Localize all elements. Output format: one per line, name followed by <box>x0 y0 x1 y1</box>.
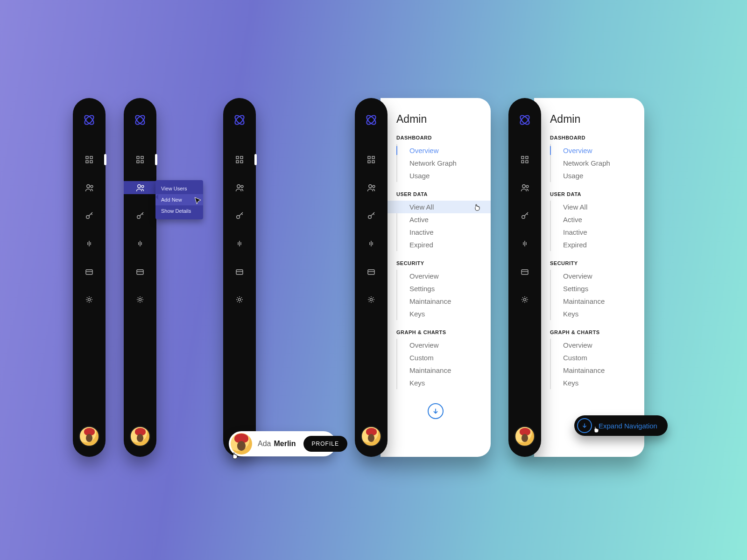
gear-icon[interactable] <box>355 293 388 306</box>
section-label-user-data: USER DATA <box>396 191 491 197</box>
nav-item-graph-overview[interactable]: Overview <box>397 339 491 351</box>
nav-item-expired[interactable]: Expired <box>551 238 644 251</box>
key-icon[interactable] <box>124 209 156 222</box>
avatar[interactable] <box>361 426 381 447</box>
nav-item-expired[interactable]: Expired <box>397 238 491 251</box>
nav-item-label: View All <box>409 203 434 211</box>
section-list-user-data: View All Active Inactive Expired <box>550 201 644 251</box>
nav-item-graph-maintainance[interactable]: Maintainance <box>397 364 491 377</box>
card-icon[interactable] <box>73 265 106 278</box>
section-list-dashboard: Overview Network Graph Usage <box>550 144 644 182</box>
nav-item-sec-overview[interactable]: Overview <box>397 270 491 282</box>
nav-item-settings[interactable]: Settings <box>551 282 644 295</box>
gear-icon[interactable] <box>73 293 106 306</box>
nav-item-usage[interactable]: Usage <box>397 169 491 182</box>
nav-item-network-graph[interactable]: Network Graph <box>551 157 644 169</box>
nav-item-overview[interactable]: Overview <box>551 144 644 157</box>
card-icon[interactable] <box>355 265 388 278</box>
hand-cursor-icon <box>231 451 239 459</box>
nav-item-inactive[interactable]: Inactive <box>397 226 491 238</box>
nav-item-custom[interactable]: Custom <box>397 351 491 364</box>
nav-item-overview[interactable]: Overview <box>397 144 491 157</box>
grid-icon[interactable] <box>508 153 541 166</box>
audio-icon[interactable] <box>223 237 256 250</box>
expand-navigation-pill[interactable]: Expand Navigation <box>574 415 668 436</box>
section-list-graph: Overview Custom Maintainance Keys <box>550 339 644 389</box>
nav-item-maintainance[interactable]: Maintainance <box>551 295 644 308</box>
avatar[interactable] <box>514 426 535 447</box>
key-icon[interactable] <box>508 209 541 222</box>
avatar[interactable] <box>79 426 99 447</box>
section-list-graph: Overview Custom Maintainance Keys <box>396 339 491 389</box>
section-label-dashboard: DASHBOARD <box>396 135 491 140</box>
key-icon[interactable] <box>73 209 106 222</box>
profile-button[interactable]: PROFILE <box>303 436 347 452</box>
audio-icon[interactable] <box>124 237 156 250</box>
nav-item-active[interactable]: Active <box>397 213 491 226</box>
nav-item-usage[interactable]: Usage <box>551 169 644 182</box>
gear-icon[interactable] <box>508 293 541 306</box>
users-icon[interactable] <box>355 181 388 194</box>
users-flyout: View Users Add New Show Details <box>155 180 203 219</box>
flyout-item-show-details[interactable]: Show Details <box>155 205 203 217</box>
grid-icon[interactable] <box>223 153 256 166</box>
section-label-user-data: USER DATA <box>550 191 644 197</box>
profile-first-name: Ada <box>258 440 271 448</box>
nav-item-active[interactable]: Active <box>551 213 644 226</box>
nav-item-view-all[interactable]: View All <box>381 201 491 213</box>
nav-item-custom[interactable]: Custom <box>551 351 644 364</box>
users-icon[interactable] <box>508 181 541 194</box>
users-icon[interactable] <box>73 181 106 194</box>
nav-panel-expanded: Admin DASHBOARD Overview Network Graph U… <box>534 98 644 457</box>
flyout-item-view-users[interactable]: View Users <box>155 183 203 194</box>
card-icon[interactable] <box>124 265 156 278</box>
card-icon[interactable] <box>508 265 541 278</box>
gear-icon[interactable] <box>124 293 156 306</box>
avatar[interactable] <box>130 426 150 447</box>
gear-icon[interactable] <box>223 293 256 306</box>
nav-item-maintainance[interactable]: Maintainance <box>397 295 491 308</box>
users-icon[interactable] <box>223 181 256 194</box>
key-icon[interactable] <box>223 209 256 222</box>
panel-title: Admin <box>550 113 644 126</box>
nav-item-network-graph[interactable]: Network Graph <box>397 157 491 169</box>
nav-item-sec-overview[interactable]: Overview <box>551 270 644 282</box>
nav-item-keys[interactable]: Keys <box>551 308 644 320</box>
audio-icon[interactable] <box>73 237 106 250</box>
nav-item-graph-keys[interactable]: Keys <box>551 377 644 389</box>
section-list-security: Overview Settings Maintainance Keys <box>396 270 491 320</box>
audio-icon[interactable] <box>355 237 388 250</box>
users-icon[interactable]: View Users Add New Show Details <box>124 181 156 194</box>
nav-panel-expanded-hover: Admin DASHBOARD Overview Network Graph U… <box>381 98 491 457</box>
grid-icon[interactable] <box>355 153 388 166</box>
nav-item-inactive[interactable]: Inactive <box>551 226 644 238</box>
nav-item-settings[interactable]: Settings <box>397 282 491 295</box>
expand-label: Expand Navigation <box>599 422 657 430</box>
section-label-security: SECURITY <box>396 260 491 266</box>
expand-button[interactable] <box>428 403 444 419</box>
profile-chip[interactable]: Ada Merlin PROFILE <box>229 431 336 456</box>
nav-item-graph-overview[interactable]: Overview <box>551 339 644 351</box>
section-label-security: SECURITY <box>550 260 644 266</box>
nav-item-graph-keys[interactable]: Keys <box>397 377 491 389</box>
section-list-dashboard: Overview Network Graph Usage <box>396 144 491 182</box>
nav-rail-profile <box>223 98 256 457</box>
nav-rail-with-panel <box>355 98 388 457</box>
key-icon[interactable] <box>355 209 388 222</box>
section-list-user-data: View All Active Inactive Expired <box>396 201 491 251</box>
section-list-security: Overview Settings Maintainance Keys <box>550 270 644 320</box>
cursor-icon <box>193 196 199 203</box>
profile-last-name: Merlin <box>274 440 296 448</box>
grid-icon[interactable] <box>124 153 156 166</box>
nav-item-view-all[interactable]: View All <box>551 201 644 213</box>
section-label-dashboard: DASHBOARD <box>550 135 644 140</box>
nav-item-graph-maintainance[interactable]: Maintainance <box>551 364 644 377</box>
logo-icon <box>133 113 147 127</box>
nav-item-keys[interactable]: Keys <box>397 308 491 320</box>
logo-icon <box>233 113 247 127</box>
section-label-graph: GRAPH & CHARTS <box>396 329 491 335</box>
grid-icon[interactable] <box>73 153 106 166</box>
audio-icon[interactable] <box>508 237 541 250</box>
card-icon[interactable] <box>223 265 256 278</box>
logo-icon <box>364 113 378 127</box>
